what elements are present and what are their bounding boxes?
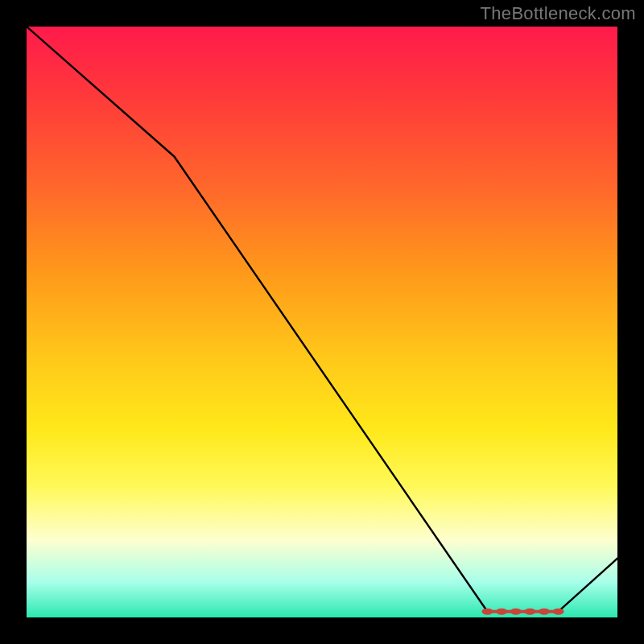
chart-frame: TheBottleneck.com [0, 0, 644, 644]
watermark-text: TheBottleneck.com [481, 3, 636, 24]
plot-gradient-background [27, 27, 617, 617]
